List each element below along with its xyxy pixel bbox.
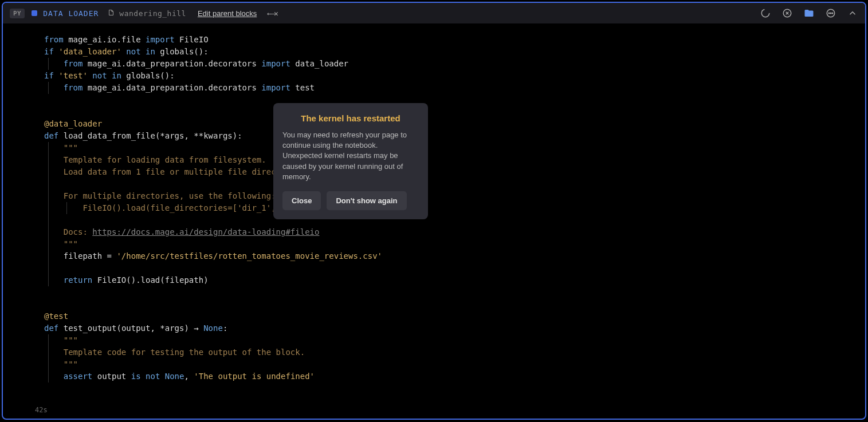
language-badge: PY	[10, 9, 25, 18]
collapse-toggle[interactable]: ←‒✕	[267, 9, 277, 18]
dont-show-again-button[interactable]: Don't show again	[327, 191, 406, 210]
edit-parent-blocks-link[interactable]: Edit parent blocks	[198, 9, 257, 18]
more-options-icon[interactable]	[825, 7, 836, 19]
chevron-up-icon[interactable]	[847, 7, 858, 19]
svg-point-4	[830, 13, 831, 14]
kernel-restart-modal: The kernel has restarted You may need to…	[273, 103, 428, 219]
loading-spinner-icon	[760, 7, 771, 19]
svg-point-5	[832, 13, 833, 14]
block-name[interactable]: wandering_hill	[119, 9, 186, 18]
block-header: PY DATA LOADER wandering_hill Edit paren…	[3, 3, 865, 23]
block-type-label: DATA LOADER	[43, 9, 99, 18]
modal-body: You may need to refresh your page to con…	[282, 130, 419, 182]
code-editor[interactable]: from mage_ai.io.file import FileIO if 'd…	[3, 23, 865, 403]
modal-buttons: Close Don't show again	[282, 191, 419, 210]
block-color-dot	[32, 10, 37, 16]
cancel-icon[interactable]	[781, 7, 793, 19]
svg-point-3	[828, 13, 830, 14]
folder-icon[interactable]	[803, 7, 815, 19]
svg-point-0	[761, 9, 769, 17]
file-icon	[108, 9, 115, 18]
code-block-container: PY DATA LOADER wandering_hill Edit paren…	[2, 2, 866, 420]
close-button[interactable]: Close	[282, 191, 321, 210]
modal-title: The kernel has restarted	[282, 113, 419, 123]
execution-time: 42s	[3, 403, 865, 419]
